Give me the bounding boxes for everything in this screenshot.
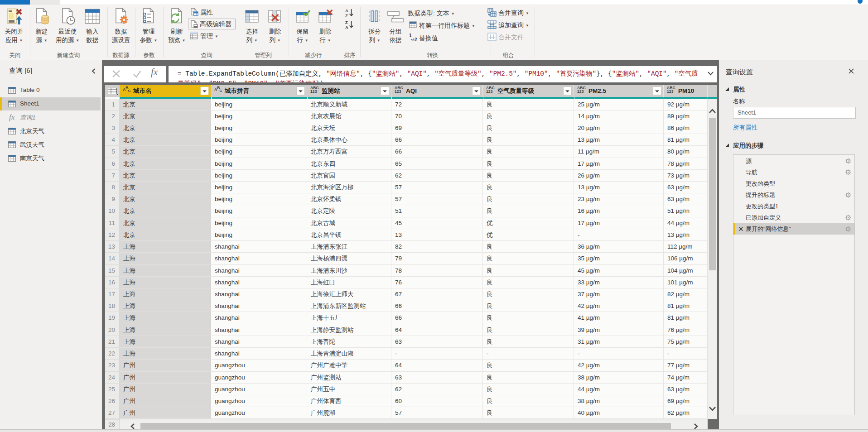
svg-text:1: 1 (409, 33, 412, 38)
svg-text:2: 2 (415, 37, 417, 41)
svg-text:Z: Z (345, 20, 348, 25)
svg-text:Z: Z (345, 13, 348, 18)
svg-text:A: A (345, 25, 348, 29)
svg-text:A: A (345, 8, 348, 13)
